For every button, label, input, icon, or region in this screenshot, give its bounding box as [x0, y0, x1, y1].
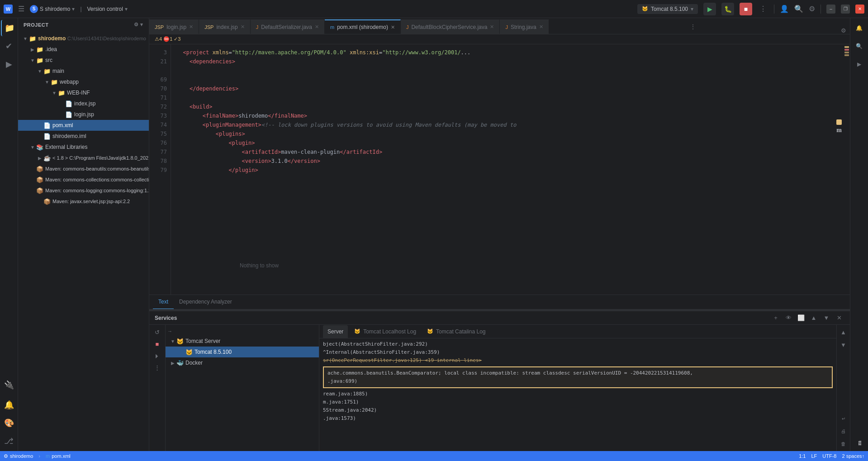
- tree-item-tomcat-server[interactable]: ▼ 🐱 Tomcat Server: [166, 336, 319, 347]
- sidebar-menu-icon[interactable]: ⚙ ▾: [134, 22, 143, 28]
- scroll-up-button[interactable]: ▲: [838, 327, 849, 337]
- log-tab-catalina[interactable]: 🐱 Tomcat Catalina Log: [422, 325, 490, 338]
- brush-icon[interactable]: 🎨: [1, 415, 17, 431]
- tree-item-webinf[interactable]: ▼ 📁 WEB-INF: [18, 87, 149, 98]
- minimize-button[interactable]: –: [826, 5, 835, 14]
- more-button[interactable]: ⋮: [758, 5, 768, 13]
- tree-item-docker[interactable]: ▶ 🐳 Docker: [166, 357, 319, 368]
- tab-index-jsp[interactable]: JSP index.jsp ✕: [199, 19, 251, 34]
- status-indent[interactable]: 2 spaces↑: [842, 453, 864, 459]
- debug-button[interactable]: 🐛: [721, 3, 734, 15]
- notifications-right-icon[interactable]: 🔔: [851, 20, 868, 36]
- tree-item-maven-jsp[interactable]: 📦 Maven: javax.servlet.jsp:jsp-api:2.2: [18, 196, 149, 207]
- maven-panel-button[interactable]: m: [856, 437, 863, 449]
- status-encoding[interactable]: UTF-8: [822, 453, 836, 459]
- tab-close-icon[interactable]: ✕: [539, 24, 543, 30]
- status-position[interactable]: 1:1: [799, 453, 806, 459]
- move-up-button[interactable]: ▲: [808, 313, 819, 323]
- show-service-button[interactable]: 👁: [783, 313, 794, 323]
- restore-button[interactable]: ❐: [841, 5, 850, 14]
- project-view-icon[interactable]: 📁: [1, 20, 17, 36]
- tree-item-maven-beanutils[interactable]: 📦 Maven: commons-beanutils:commons-beanu…: [18, 163, 149, 174]
- code-line: <version>3.1.0</version>: [176, 157, 838, 166]
- close-button[interactable]: ✕: [855, 5, 864, 14]
- run-debug-icon[interactable]: ▶: [1, 56, 17, 72]
- project-label[interactable]: S S shirodemo ▾: [30, 5, 75, 13]
- sidebar: Project ⚙ ▾ ▼ 📁 shirodemo C:\Users\14341…: [18, 18, 149, 451]
- settings-icon[interactable]: ⚙: [809, 5, 815, 13]
- tab-close-icon[interactable]: ✕: [189, 24, 193, 30]
- tree-item-webapp[interactable]: ▼ 📁 webapp: [18, 76, 149, 87]
- print-button[interactable]: 🖨: [838, 426, 849, 437]
- tab-default-serializer[interactable]: J DefaultSerializer.java ✕: [251, 19, 325, 34]
- code-line: <dependencies>: [176, 57, 838, 66]
- notifications-icon[interactable]: 🔔: [1, 397, 17, 413]
- services-title: Services: [155, 315, 177, 321]
- tree-item-idea[interactable]: ▶ 📁 .idea: [18, 44, 149, 55]
- more-actions-button[interactable]: ⋮: [152, 362, 163, 373]
- status-project[interactable]: ⚙ shirodemo: [4, 453, 33, 459]
- tab-label: index.jsp: [216, 24, 237, 30]
- arrow-icon: ▼: [36, 67, 43, 75]
- git-icon[interactable]: ⎇: [1, 433, 17, 449]
- sidebar-title: Project: [24, 22, 48, 28]
- tab-close-icon[interactable]: ✕: [490, 24, 494, 30]
- tab-login-jsp[interactable]: JSP login.jsp ✕: [149, 19, 199, 34]
- status-line-ending[interactable]: LF: [811, 453, 817, 459]
- tab-overflow-button[interactable]: ⋮: [687, 19, 699, 34]
- log-tab-localhost[interactable]: 🐱 Tomcat Localhost Log: [350, 325, 421, 338]
- close-services-button[interactable]: ✕: [834, 313, 844, 323]
- editor-settings-icon[interactable]: ⚙: [841, 27, 846, 34]
- version-control-label[interactable]: Version control ▾: [87, 6, 128, 12]
- find-icon[interactable]: 🔍: [851, 38, 868, 54]
- tab-text[interactable]: Text: [153, 295, 174, 309]
- tree-item-index-jsp[interactable]: 📄 index.jsp: [18, 98, 149, 109]
- add-service-button[interactable]: +: [770, 313, 781, 323]
- soft-wrap-button[interactable]: ↵: [838, 413, 849, 424]
- plugins-icon[interactable]: 🔌: [1, 377, 17, 393]
- tree-item-maven-logging[interactable]: 📦 Maven: commons-logging:commons-logging…: [18, 185, 149, 196]
- tree-item-src[interactable]: ▼ 📁 src: [18, 55, 149, 66]
- tab-close-icon[interactable]: ✕: [391, 24, 395, 30]
- hamburger-menu[interactable]: ☰: [16, 5, 26, 13]
- stop-server-button[interactable]: ■: [152, 338, 163, 349]
- restart-server-button[interactable]: ↺: [152, 327, 163, 337]
- services-tree: → ▼ 🐱 Tomcat Server 🐱 Tomcat 8.5.100: [166, 325, 319, 451]
- tree-item-iml[interactable]: 📄 shirodemo.iml: [18, 131, 149, 142]
- run-right-icon[interactable]: ▶: [851, 56, 868, 72]
- clear-log-button[interactable]: 🗑: [838, 438, 849, 449]
- maven-side-indicators: m: [835, 119, 844, 147]
- tree-item-external-libs[interactable]: ▼ 📚 External Libraries: [18, 142, 149, 152]
- code-line: </dependencies>: [176, 84, 838, 93]
- tab-string-java[interactable]: J String.java ✕: [500, 19, 549, 34]
- tab-close-icon[interactable]: ✕: [241, 24, 245, 30]
- tree-item-jdk[interactable]: ▶ ☕ < 1.8 > C:\Program Files\Java\jdk1.8…: [18, 152, 149, 163]
- tree-label: shirodemo.iml: [52, 133, 86, 139]
- services-header: Services + 👁 ⬜ ▲ ▼ ✕: [149, 311, 850, 325]
- code-editor[interactable]: <project xmlns="http://maven.apache.org/…: [171, 44, 844, 295]
- resume-button[interactable]: ⏵: [152, 350, 163, 361]
- status-file[interactable]: m pom.xml: [46, 453, 71, 459]
- log-tab-server[interactable]: Server: [323, 325, 348, 338]
- account-icon[interactable]: 👤: [780, 5, 789, 13]
- move-down-button[interactable]: ▼: [821, 313, 832, 323]
- tree-item-tomcat-instance[interactable]: 🐱 Tomcat 8.5.100: [166, 347, 319, 357]
- tree-item-main[interactable]: ▼ 📁 main: [18, 66, 149, 76]
- tree-item-login-jsp[interactable]: 📄 login.jsp: [18, 109, 149, 120]
- scroll-down-button[interactable]: ▼: [838, 339, 849, 350]
- services-expand-icon[interactable]: →: [166, 327, 319, 336]
- run-button[interactable]: ▶: [703, 3, 716, 15]
- new-window-button[interactable]: ⬜: [796, 313, 806, 323]
- tab-dependency-analyzer[interactable]: Dependency Analyzer: [174, 295, 237, 309]
- tab-close-icon[interactable]: ✕: [315, 24, 319, 30]
- tab-default-block-cipher[interactable]: J DefaultBlockCipherService.java ✕: [401, 19, 500, 34]
- stop-button[interactable]: ■: [740, 3, 752, 15]
- tab-pom-xml[interactable]: m pom.xml (shirodemo) ✕: [325, 19, 401, 34]
- tree-item-pom-xml[interactable]: 📄 pom.xml: [18, 120, 149, 131]
- tree-label: pom.xml: [52, 122, 73, 128]
- tree-item-shirodemo[interactable]: ▼ 📁 shirodemo C:\Users\14341\Desktop\shi…: [18, 33, 149, 44]
- commit-icon[interactable]: ✔: [1, 38, 17, 54]
- tree-item-maven-collections[interactable]: 📦 Maven: commons-collections:commons-col…: [18, 174, 149, 185]
- search-icon[interactable]: 🔍: [794, 5, 803, 13]
- run-config[interactable]: 🐱 Tomcat 8.5.100 ▾: [637, 4, 698, 14]
